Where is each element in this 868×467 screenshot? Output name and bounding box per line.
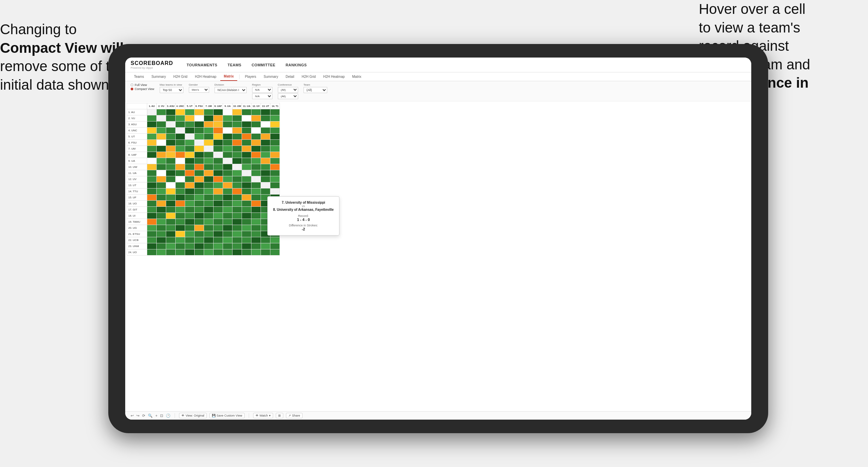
matrix-cell[interactable] xyxy=(195,201,204,207)
matrix-cell[interactable] xyxy=(185,201,195,207)
matrix-cell[interactable] xyxy=(223,213,232,219)
matrix-cell[interactable] xyxy=(185,219,195,225)
matrix-cell[interactable] xyxy=(214,201,223,207)
table-row[interactable]: 13. UT xyxy=(127,182,280,188)
matrix-cell[interactable] xyxy=(223,231,232,237)
matrix-cell[interactable] xyxy=(147,237,157,243)
matrix-cell[interactable] xyxy=(166,225,176,231)
matrix-cell[interactable] xyxy=(242,176,251,182)
matrix-cell[interactable] xyxy=(261,249,270,255)
matrix-cell[interactable] xyxy=(185,182,195,188)
matrix-cell[interactable] xyxy=(176,201,185,207)
matrix-cell[interactable] xyxy=(195,237,204,243)
matrix-cell[interactable] xyxy=(185,115,195,121)
matrix-cell[interactable] xyxy=(157,195,166,201)
matrix-cell[interactable] xyxy=(232,146,242,152)
matrix-cell[interactable] xyxy=(223,237,232,243)
matrix-cell[interactable] xyxy=(251,170,261,176)
table-row[interactable]: 16. UO xyxy=(127,201,280,207)
matrix-cell[interactable] xyxy=(166,170,176,176)
nav-tournaments[interactable]: TOURNAMENTS xyxy=(187,62,218,68)
zoom-out-icon[interactable]: 🔍 xyxy=(148,414,153,418)
matrix-cell[interactable] xyxy=(166,134,176,140)
matrix-cell[interactable] xyxy=(251,121,261,128)
matrix-cell[interactable] xyxy=(204,152,214,158)
matrix-cell[interactable] xyxy=(204,146,214,152)
matrix-cell[interactable] xyxy=(270,121,280,128)
matrix-cell[interactable] xyxy=(157,243,166,249)
matrix-cell[interactable] xyxy=(204,158,214,164)
matrix-cell[interactable] xyxy=(261,176,270,182)
matrix-cell[interactable] xyxy=(270,176,280,182)
matrix-cell[interactable] xyxy=(166,188,176,195)
matrix-cell[interactable] xyxy=(157,158,166,164)
matrix-cell[interactable] xyxy=(166,182,176,188)
matrix-cell[interactable] xyxy=(176,146,185,152)
matrix-cell[interactable] xyxy=(214,115,223,121)
matrix-cell[interactable] xyxy=(204,134,214,140)
matrix-cell[interactable] xyxy=(232,201,242,207)
matrix-cell[interactable] xyxy=(242,121,251,128)
matrix-cell[interactable] xyxy=(147,249,157,255)
matrix-cell[interactable] xyxy=(195,207,204,213)
matrix-cell[interactable] xyxy=(270,115,280,121)
matrix-cell[interactable] xyxy=(204,243,214,249)
matrix-cell[interactable] xyxy=(261,152,270,158)
matrix-cell[interactable] xyxy=(223,109,232,115)
matrix-cell[interactable] xyxy=(223,140,232,146)
matrix-cell[interactable] xyxy=(242,201,251,207)
matrix-cell[interactable] xyxy=(242,170,251,176)
matrix-cell[interactable] xyxy=(157,170,166,176)
matrix-cell[interactable] xyxy=(251,201,261,207)
matrix-cell[interactable] xyxy=(251,231,261,237)
matrix-cell[interactable] xyxy=(185,170,195,176)
table-row[interactable]: 5. UT xyxy=(127,134,280,140)
table-row[interactable]: 4. UNC xyxy=(127,128,280,134)
matrix-cell[interactable] xyxy=(261,164,270,170)
matrix-cell[interactable] xyxy=(261,134,270,140)
matrix-cell[interactable] xyxy=(232,115,242,121)
matrix-cell[interactable] xyxy=(223,219,232,225)
matrix-cell[interactable] xyxy=(242,115,251,121)
matrix-cell[interactable] xyxy=(147,176,157,182)
matrix-cell[interactable] xyxy=(232,121,242,128)
matrix-cell[interactable] xyxy=(251,158,261,164)
redo-icon[interactable]: ↪ xyxy=(136,414,139,418)
matrix-cell[interactable] xyxy=(232,237,242,243)
matrix-cell[interactable] xyxy=(176,115,185,121)
matrix-cell[interactable] xyxy=(176,134,185,140)
table-row[interactable]: 2. VU xyxy=(127,115,280,121)
matrix-cell[interactable] xyxy=(185,213,195,219)
matrix-cell[interactable] xyxy=(270,158,280,164)
matrix-cell[interactable] xyxy=(270,134,280,140)
matrix-cell[interactable] xyxy=(242,195,251,201)
matrix-cell[interactable] xyxy=(195,249,204,255)
matrix-cell[interactable] xyxy=(185,249,195,255)
matrix-cell[interactable] xyxy=(185,128,195,134)
matrix-cell[interactable] xyxy=(232,225,242,231)
matrix-cell[interactable] xyxy=(223,164,232,170)
matrix-cell[interactable] xyxy=(204,170,214,176)
matrix-cell[interactable] xyxy=(261,115,270,121)
matrix-cell[interactable] xyxy=(232,128,242,134)
matrix-cell[interactable] xyxy=(242,182,251,188)
matrix-cell[interactable] xyxy=(270,152,280,158)
tab-matrix-2[interactable]: Matrix xyxy=(349,73,365,81)
matrix-cell[interactable] xyxy=(157,249,166,255)
matrix-cell[interactable] xyxy=(251,195,261,201)
matrix-cell[interactable] xyxy=(166,219,176,225)
matrix-cell[interactable] xyxy=(166,146,176,152)
matrix-cell[interactable] xyxy=(251,207,261,213)
matrix-cell[interactable] xyxy=(147,164,157,170)
matrix-cell[interactable] xyxy=(242,243,251,249)
matrix-cell[interactable] xyxy=(195,243,204,249)
matrix-cell[interactable] xyxy=(242,134,251,140)
matrix-cell[interactable] xyxy=(176,176,185,182)
matrix-cell[interactable] xyxy=(147,158,157,164)
matrix-cell[interactable] xyxy=(232,213,242,219)
matrix-cell[interactable] xyxy=(185,231,195,237)
table-row[interactable]: 8. UAF xyxy=(127,152,280,158)
matrix-cell[interactable] xyxy=(195,231,204,237)
matrix-cell[interactable] xyxy=(176,188,185,195)
matrix-cell[interactable] xyxy=(176,152,185,158)
